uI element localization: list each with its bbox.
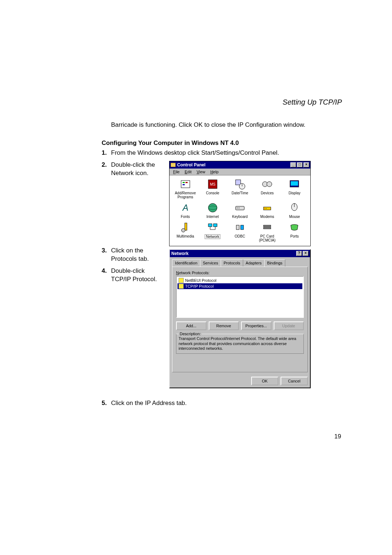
- tab-row: Identification Services Protocols Adapte…: [172, 259, 308, 267]
- svg-rect-0: [181, 181, 190, 188]
- list-label: Network Protocols:: [176, 271, 304, 275]
- cp-item-label: ODBC: [235, 234, 245, 238]
- step-number: 5.: [102, 399, 111, 408]
- menu-view[interactable]: View: [195, 169, 208, 174]
- cp-item-ports[interactable]: Ports: [281, 222, 308, 242]
- date-time-icon: [234, 178, 246, 190]
- cp-item-label: Modems: [260, 215, 274, 219]
- description-label: Description:: [179, 332, 202, 336]
- dialog-titlebar: Network ? ×: [170, 250, 310, 257]
- cp-item-pc-card-pcmcia-[interactable]: PC Card(PCMCIA): [254, 222, 281, 242]
- cp-item-network[interactable]: Network: [199, 222, 226, 242]
- page-number: 19: [334, 433, 341, 440]
- svg-point-10: [267, 182, 272, 187]
- network-dialog: Network ? × Identification Services Prot…: [169, 249, 311, 388]
- cp-item-fonts[interactable]: AFonts: [172, 202, 199, 219]
- network-icon: [207, 222, 219, 233]
- titlebar: Control Panel _ □ ×: [170, 161, 310, 169]
- svg-text:A: A: [182, 203, 188, 212]
- svg-rect-32: [241, 225, 244, 230]
- protocols-listbox[interactable]: NetBEUI ProtocolTCP/IP Protocol: [176, 276, 304, 318]
- minimize-button[interactable]: _: [290, 162, 296, 167]
- cp-item-internet[interactable]: Internet: [199, 202, 226, 219]
- mouse-icon: [289, 202, 300, 214]
- cp-item-console[interactable]: MSConsole: [199, 178, 226, 199]
- control-panel-grid: Add/RemoveProgramsMSConsoleDate/TimeDevi…: [170, 175, 310, 246]
- protocol-icon: [179, 278, 184, 283]
- help-button[interactable]: ?: [296, 251, 302, 256]
- cp-item-odbc[interactable]: ODBC: [226, 222, 253, 242]
- ports-icon: [289, 222, 300, 233]
- step-2: 2. Double-click the Network icon.: [102, 161, 165, 178]
- tab-bindings[interactable]: Bindings: [264, 259, 285, 267]
- odbc-icon: [234, 222, 246, 233]
- svg-point-25: [181, 228, 185, 232]
- console-icon: MS: [207, 178, 219, 190]
- cp-item-modems[interactable]: Modems: [254, 202, 281, 219]
- step-4: 4. Double-click TCP/IP Protocol.: [102, 267, 165, 284]
- cp-item-label: Date/Time: [232, 191, 248, 195]
- intro-paragraph: Barricade is functioning. Click OK to cl…: [111, 121, 345, 129]
- dialog-title: Network: [171, 251, 188, 256]
- add-button[interactable]: Add...: [176, 321, 207, 330]
- fonts-icon: A: [180, 202, 191, 214]
- page-header: Setting Up TCP/IP: [102, 98, 345, 106]
- cp-item-label: Ports: [290, 234, 299, 238]
- close-button[interactable]: ×: [303, 162, 309, 167]
- svg-rect-26: [208, 224, 212, 227]
- tab-identification[interactable]: Identification: [172, 259, 200, 267]
- remove-button[interactable]: Remove: [209, 321, 239, 330]
- step-1: 1. From the Windows desktop click Start/…: [102, 149, 345, 157]
- svg-point-21: [266, 208, 267, 209]
- section-heading: Configuring Your Computer in Windows NT …: [102, 139, 345, 147]
- cancel-button[interactable]: Cancel: [281, 377, 308, 385]
- cp-item-multimedia[interactable]: Multimedia: [172, 222, 199, 242]
- cp-item-display[interactable]: Display: [281, 178, 308, 199]
- step-number: 2.: [102, 161, 111, 178]
- svg-rect-12: [291, 181, 298, 186]
- window-title: Control Panel: [177, 162, 205, 167]
- cp-item-mouse[interactable]: Mouse: [281, 202, 308, 219]
- tab-protocols[interactable]: Protocols: [221, 259, 243, 267]
- display-icon: [289, 178, 300, 190]
- menu-edit[interactable]: Edit: [183, 169, 194, 174]
- keyboard-icon: [234, 202, 246, 214]
- menu-file[interactable]: File: [171, 169, 182, 174]
- protocol-icon: [179, 284, 184, 289]
- step-3: 3. Click on the Protocols tab.: [102, 247, 165, 263]
- cp-item-label: Add/RemovePrograms: [175, 191, 196, 199]
- maximize-button[interactable]: □: [297, 162, 303, 167]
- control-panel-window: Control Panel _ □ × File Edit View Help …: [169, 161, 311, 246]
- step-text: Double-click TCP/IP Protocol.: [111, 267, 164, 284]
- protocol-label: NetBEUI Protocol: [185, 278, 216, 283]
- protocol-item[interactable]: NetBEUI Protocol: [177, 278, 302, 283]
- menu-help[interactable]: Help: [208, 169, 221, 174]
- cp-item-add-remove-programs[interactable]: Add/RemovePrograms: [172, 178, 199, 199]
- svg-rect-3: [183, 184, 185, 185]
- cp-item-label: Network: [205, 234, 220, 239]
- tab-adapters[interactable]: Adapters: [243, 259, 265, 267]
- close-button[interactable]: ×: [303, 251, 309, 256]
- ok-button[interactable]: OK: [251, 377, 278, 385]
- svg-point-14: [208, 203, 217, 212]
- protocol-label: TCP/IP Protocol: [185, 284, 214, 288]
- update-button: Update: [274, 321, 304, 330]
- step-text: Double-click the Network icon.: [111, 161, 164, 178]
- protocol-item[interactable]: TCP/IP Protocol: [177, 283, 302, 289]
- properties-button[interactable]: Properties...: [241, 321, 271, 330]
- cp-item-devices[interactable]: Devices: [254, 178, 281, 199]
- step-text: Click on the IP Address tab.: [111, 399, 345, 408]
- svg-rect-33: [264, 225, 271, 227]
- svg-rect-31: [236, 225, 239, 230]
- tab-services[interactable]: Services: [200, 259, 221, 267]
- step-text: From the Windows desktop click Start/Set…: [111, 149, 345, 157]
- cp-item-label: Internet: [207, 215, 219, 219]
- svg-rect-27: [213, 224, 217, 227]
- step-number: 4.: [102, 267, 111, 284]
- cp-item-keyboard[interactable]: Keyboard: [226, 202, 253, 219]
- cp-item-label: Keyboard: [232, 215, 248, 219]
- pc-card-pcmcia--icon: [261, 222, 273, 233]
- cp-item-date-time[interactable]: Date/Time: [226, 178, 253, 199]
- svg-rect-18: [238, 207, 240, 208]
- cp-item-label: Fonts: [181, 215, 190, 219]
